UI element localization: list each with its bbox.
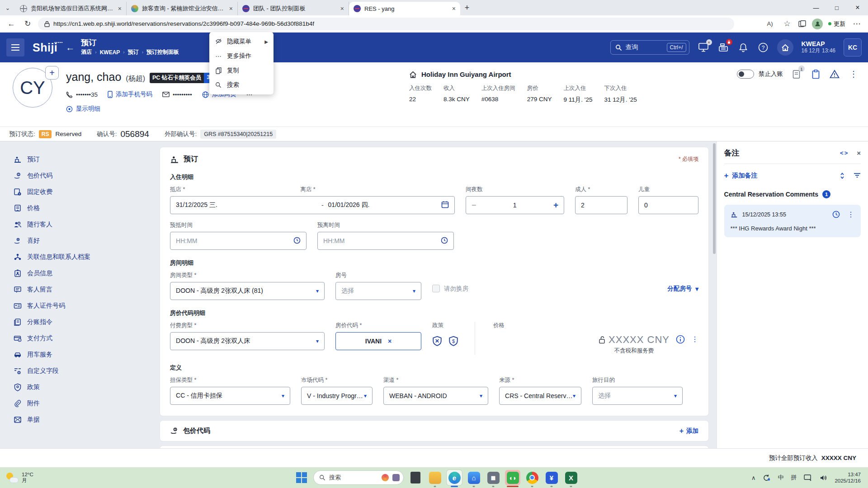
tab-close-icon[interactable]: ×	[229, 5, 233, 12]
tray-volume-icon[interactable]	[820, 474, 827, 481]
channel-select[interactable]: WEBAN - ANDROID▾	[383, 387, 488, 405]
sidebar-item-guest-messages[interactable]: 客人留言	[14, 282, 160, 298]
tray-chevron-icon[interactable]: ∧	[751, 474, 756, 481]
sidebar-item-preferences[interactable]: 喜好	[14, 233, 160, 249]
taskbar-app-widgets[interactable]	[408, 470, 423, 485]
browser-tab-1[interactable]: 贵阳机场智选假日酒店系统网址导 ×	[15, 2, 127, 15]
cancel-policy-shield-icon[interactable]	[432, 336, 442, 347]
clock-icon[interactable]	[441, 237, 448, 244]
no-move-checkbox[interactable]	[432, 285, 440, 292]
add-package-button[interactable]: +添加	[679, 427, 698, 435]
browser-profile-avatar[interactable]	[812, 19, 823, 29]
sidebar-item-membership[interactable]: 会员信息	[14, 265, 160, 282]
deposit-policy-shield-icon[interactable]: $	[448, 336, 458, 347]
note-kebab-icon[interactable]: ⋮	[847, 210, 854, 219]
nav-back-icon[interactable]: ←	[66, 42, 75, 53]
menu-item-hide-menu[interactable]: 隐藏菜单 ▶	[209, 34, 274, 49]
filter-icon[interactable]	[854, 172, 861, 178]
chip-close-icon[interactable]: ×	[388, 338, 392, 345]
sidebar-item-attachments[interactable]: 附件	[14, 395, 160, 412]
add-photo-button[interactable]: +	[45, 66, 59, 80]
sidebar-item-payment[interactable]: ¥支付方式	[14, 330, 160, 347]
sidebar-item-custom-fields[interactable]: 自定义字段	[14, 363, 160, 379]
tray-lang-icon[interactable]: 中	[778, 474, 783, 482]
adults-field[interactable]: 2	[575, 196, 627, 214]
eta-field[interactable]: HH:MM	[170, 232, 307, 250]
main-scrollbar[interactable]	[713, 141, 716, 448]
nights-minus-button[interactable]: −	[472, 201, 476, 210]
paid-room-select[interactable]: DOON - 高级房 2张双人床 ▾	[170, 332, 325, 350]
note-history-icon[interactable]	[832, 211, 840, 218]
room-no-select[interactable]: 选择 ▾	[335, 282, 421, 300]
breadcrumb-item[interactable]: 酒店	[81, 48, 92, 56]
taskbar-app-calculator[interactable]: ▦	[486, 470, 501, 485]
home-icon[interactable]	[777, 39, 793, 56]
sidebar-item-reservation[interactable]: 预订	[14, 151, 160, 168]
tray-sync-icon[interactable]	[763, 474, 770, 482]
hamburger-menu-icon[interactable]	[6, 38, 24, 56]
sidebar-item-accompanying[interactable]: 随行客人	[14, 216, 160, 233]
favorites-bar-icon[interactable]	[798, 20, 807, 28]
tray-ime-icon[interactable]: 拼	[791, 474, 797, 482]
sidebar-item-fixed-charges[interactable]: ¥固定收费	[14, 184, 160, 200]
cashier-icon[interactable]	[717, 42, 729, 53]
source-select[interactable]: CRS - Central Reservation...▾	[499, 387, 581, 405]
breadcrumb-item[interactable]: 预订	[128, 48, 139, 56]
tab-close-icon[interactable]: ×	[452, 5, 456, 12]
start-button[interactable]	[294, 470, 309, 485]
nights-plus-button[interactable]: +	[553, 200, 558, 210]
room-type-select[interactable]: DOON - 高级房 2张双人床 (81) ▾	[170, 282, 325, 300]
clipboard-icon[interactable]	[810, 69, 821, 80]
tray-display-icon[interactable]	[804, 474, 812, 481]
user-avatar[interactable]: KC	[844, 38, 862, 56]
sidebar-item-policies[interactable]: 政策	[14, 379, 160, 395]
read-aloud-icon[interactable]: A)	[764, 18, 776, 30]
clock-icon[interactable]	[293, 237, 301, 244]
add-mobile-link[interactable]: 添加手机号码	[108, 90, 152, 99]
taskbar-app-finance[interactable]: ¥	[544, 470, 559, 485]
taskbar-app-wechat[interactable]: ◖◗	[505, 470, 520, 485]
sidebar-item-package[interactable]: $包价代码	[14, 168, 160, 184]
sidebar-item-transport[interactable]: 用车服务	[14, 347, 160, 363]
tray-clock[interactable]: 13:472025/12/16	[835, 471, 861, 484]
help-icon[interactable]: ?	[757, 42, 769, 53]
browser-update-button[interactable]: 更新	[828, 20, 845, 28]
menu-item-more-actions[interactable]: ⋯ 更多操作	[209, 49, 274, 63]
tab-close-icon[interactable]: ×	[118, 5, 122, 12]
price-kebab-icon[interactable]: ⋮	[691, 335, 698, 343]
weather-widget[interactable]: 12°C月	[0, 472, 104, 483]
url-field[interactable]: https://cn1.web.ep.shiji.world/reservati…	[38, 18, 734, 30]
sort-icon[interactable]	[839, 172, 845, 179]
guest-kebab-icon[interactable]: ⋮	[848, 69, 859, 80]
sidebar-item-documents[interactable]: 单据	[14, 412, 160, 428]
assign-room-link[interactable]: 分配房号 ▾	[667, 277, 698, 300]
price-info-icon[interactable]	[676, 335, 685, 344]
workstation-icon[interactable]: ×	[698, 42, 709, 53]
taskbar-app-chrome[interactable]	[524, 470, 540, 485]
guarantee-select[interactable]: CC - 信用卡担保▾	[170, 387, 290, 405]
sidebar-item-linked-profiles[interactable]: 关联信息和联系人档案	[14, 249, 160, 265]
tab-close-icon[interactable]: ×	[340, 5, 344, 12]
browser-refresh-icon[interactable]: ↻	[22, 18, 33, 30]
rate-code-chip[interactable]: IVANI ×	[335, 332, 421, 350]
favorite-star-icon[interactable]: ☆	[781, 18, 793, 30]
browser-back-icon[interactable]: ←	[5, 18, 17, 30]
date-range-field[interactable]: 31/12/2025 三. - 01/01/2026 四.	[170, 196, 455, 214]
sidebar-item-guest-ids[interactable]: 客人证件号码	[14, 298, 160, 314]
note-item[interactable]: 15/12/2025 13:55 ⋮ *** IHG Rewards Award…	[724, 205, 861, 237]
notes-code-toggle-icon[interactable]: <>	[840, 150, 849, 156]
market-select[interactable]: V - Industry Programs - V▾	[301, 387, 373, 405]
window-minimize-button[interactable]: —	[806, 0, 826, 15]
registration-card-icon[interactable]: 1	[791, 69, 802, 80]
taskbar-app-edge[interactable]: e	[447, 470, 462, 485]
browser-tab-active[interactable]: RES - yang ×	[349, 2, 460, 15]
taskbar-app-excel[interactable]: X	[563, 470, 579, 485]
menu-item-search[interactable]: 搜索	[209, 78, 274, 92]
etd-field[interactable]: HH:MM	[317, 232, 454, 250]
purpose-select[interactable]: 选择▾	[592, 387, 683, 405]
new-tab-button[interactable]: +	[460, 1, 474, 14]
browser-tab-3[interactable]: 团队 - 团队控制面板 ×	[238, 2, 349, 15]
window-maximize-button[interactable]: □	[826, 0, 847, 15]
global-search-input[interactable]: 查询 Ctrl+/	[610, 40, 689, 55]
alert-triangle-icon[interactable]	[829, 69, 840, 80]
